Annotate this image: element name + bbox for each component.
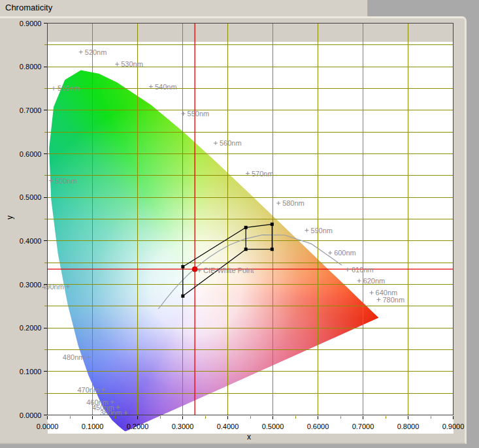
axes-layer bbox=[44, 24, 454, 419]
polygon-vertex-marker bbox=[181, 265, 184, 268]
wavelength-label: 520nm bbox=[85, 48, 107, 56]
y-tick-label: 0.6000 bbox=[20, 150, 42, 158]
y-tick-label: 0.4000 bbox=[20, 237, 42, 245]
wavelength-tick-icon bbox=[182, 112, 186, 116]
wavelength-tick-icon bbox=[66, 285, 70, 289]
wavelength-label: 550nm bbox=[188, 110, 210, 118]
y-tick-label: 0.3000 bbox=[20, 281, 42, 289]
grid-layer bbox=[48, 24, 454, 415]
wavelength-tick-icon bbox=[276, 201, 280, 205]
x-tick-label: 0.0000 bbox=[37, 423, 59, 430]
wavelength-tick-icon bbox=[357, 279, 361, 283]
tick-labels-layer: 0.00000.10000.20000.30000.40000.50000.60… bbox=[20, 20, 464, 430]
wavelength-label: 570nm bbox=[252, 170, 274, 178]
wavelength-label: 470nm bbox=[77, 386, 99, 394]
x-axis-title: x bbox=[247, 432, 251, 441]
wavelength-tick-icon bbox=[376, 298, 380, 302]
polygon-vertex-marker bbox=[244, 248, 248, 251]
polygon-vertex-marker bbox=[271, 248, 274, 251]
wavelength-tick-icon bbox=[124, 411, 128, 415]
wavelength-label: 540nm bbox=[155, 83, 177, 91]
white-point-dot bbox=[192, 266, 197, 272]
chromaticity-window: Chromaticity 380nm450nm460nm470nm480nm49… bbox=[0, 0, 479, 448]
x-tick-label: 0.9000 bbox=[442, 423, 465, 430]
x-tick-label: 0.1000 bbox=[82, 423, 104, 430]
y-tick-label: 0.9000 bbox=[20, 20, 42, 27]
wavelength-tick-icon bbox=[149, 85, 153, 89]
wavelength-label: 480nm bbox=[63, 353, 85, 361]
polygon-vertex-marker bbox=[271, 223, 274, 226]
wavelength-tick-icon bbox=[86, 355, 90, 359]
x-tick-label: 0.5000 bbox=[262, 423, 284, 430]
x-tick-label: 0.7000 bbox=[352, 423, 374, 430]
wavelength-label: 490nm bbox=[42, 283, 64, 291]
wavelength-tick-icon bbox=[305, 229, 308, 232]
wavelength-tick-icon bbox=[346, 268, 350, 272]
wavelength-tick-icon bbox=[79, 50, 83, 54]
polygon-vertex-marker bbox=[181, 295, 184, 298]
wavelength-label: 610nm bbox=[352, 266, 374, 274]
wavelength-label: 560nm bbox=[220, 139, 242, 147]
wavelength-label: 780nm bbox=[382, 296, 405, 304]
y-tick-label: 0.0000 bbox=[20, 411, 42, 419]
wavelength-label: 510nm bbox=[58, 84, 80, 92]
y-tick-label: 0.8000 bbox=[20, 63, 42, 71]
wavelength-tick-icon bbox=[214, 141, 218, 145]
polygon-vertex-marker bbox=[244, 226, 248, 229]
chart-overlay: 380nm450nm460nm470nm480nm490nm500nm510nm… bbox=[0, 0, 479, 448]
wavelength-label: 590nm bbox=[310, 227, 333, 234]
wavelength-tick-icon bbox=[101, 388, 105, 392]
x-tick-label: 0.8000 bbox=[397, 423, 420, 430]
wavelength-tick-icon bbox=[115, 62, 119, 66]
y-tick-label: 0.7000 bbox=[20, 106, 42, 114]
white-point-label: CIE White Point bbox=[203, 266, 254, 274]
x-tick-label: 0.4000 bbox=[217, 423, 239, 430]
wavelength-tick-icon bbox=[49, 179, 53, 183]
wavelength-label: 580nm bbox=[282, 199, 305, 207]
wavelength-label: 600nm bbox=[334, 249, 356, 257]
wavelength-tick-icon bbox=[246, 172, 250, 176]
wavelength-tick-icon bbox=[370, 291, 374, 295]
y-tick-label: 0.2000 bbox=[20, 324, 42, 332]
y-tick-label: 0.5000 bbox=[20, 193, 42, 201]
x-tick-label: 0.2000 bbox=[127, 423, 149, 430]
x-tick-label: 0.6000 bbox=[307, 423, 329, 430]
wavelength-label: 620nm bbox=[363, 277, 386, 285]
y-tick-label: 0.1000 bbox=[20, 368, 42, 376]
wavelength-tick-icon bbox=[328, 251, 332, 255]
wavelength-tick-icon bbox=[52, 86, 56, 90]
wavelength-label: 460nm bbox=[86, 398, 108, 406]
x-tick-label: 0.3000 bbox=[172, 423, 194, 430]
wavelength-label: 500nm bbox=[55, 177, 77, 185]
wavelength-labels-layer: 380nm450nm460nm470nm480nm490nm500nm510nm… bbox=[42, 48, 405, 417]
wavelength-label: 530nm bbox=[121, 60, 143, 68]
y-axis-title: y bbox=[5, 216, 14, 219]
